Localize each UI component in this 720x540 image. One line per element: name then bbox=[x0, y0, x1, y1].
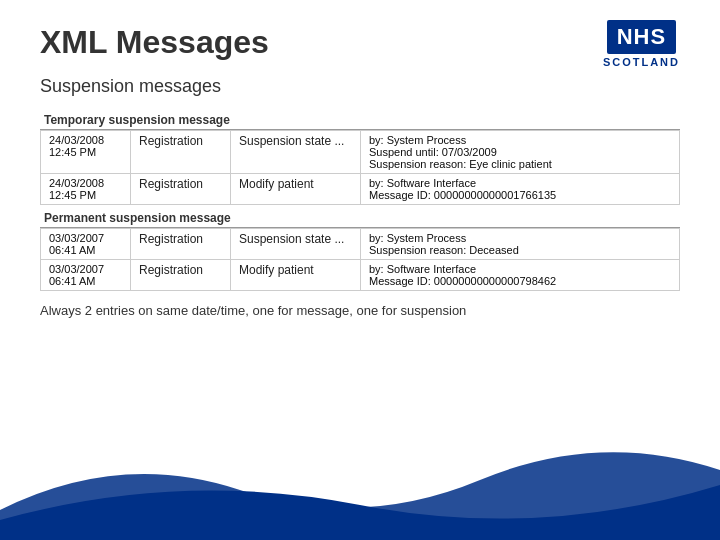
permanent-section: Permanent suspension message 03/03/2007 … bbox=[40, 209, 680, 291]
scotland-text: SCOTLAND bbox=[603, 56, 680, 68]
footer-note: Always 2 entries on same date/time, one … bbox=[40, 303, 680, 318]
perm-row1-col2: Registration bbox=[131, 229, 231, 260]
nhs-text: NHS bbox=[607, 20, 676, 54]
permanent-section-label: Permanent suspension message bbox=[40, 209, 680, 228]
temporary-section-label: Temporary suspension message bbox=[40, 111, 680, 130]
perm-row2-col2: Registration bbox=[131, 260, 231, 291]
temp-row1-date: 24/03/2008 12:45 PM bbox=[41, 131, 131, 174]
permanent-table: 03/03/2007 06:41 AM Registration Suspens… bbox=[40, 228, 680, 291]
perm-row1-col3: Suspension state ... bbox=[231, 229, 361, 260]
table-row: 03/03/2007 06:41 AM Registration Modify … bbox=[41, 260, 680, 291]
table-row: 24/03/2008 12:45 PM Registration Modify … bbox=[41, 174, 680, 205]
temp-row2-col4: by: Software Interface Message ID: 00000… bbox=[361, 174, 680, 205]
table-row: 24/03/2008 12:45 PM Registration Suspens… bbox=[41, 131, 680, 174]
perm-row2-col3: Modify patient bbox=[231, 260, 361, 291]
temp-row2-col3: Modify patient bbox=[231, 174, 361, 205]
temporary-section: Temporary suspension message 24/03/2008 … bbox=[40, 111, 680, 205]
temp-row1-col3: Suspension state ... bbox=[231, 131, 361, 174]
perm-row2-col4: by: Software Interface Message ID: 00000… bbox=[361, 260, 680, 291]
table-row: 03/03/2007 06:41 AM Registration Suspens… bbox=[41, 229, 680, 260]
temporary-table: 24/03/2008 12:45 PM Registration Suspens… bbox=[40, 130, 680, 205]
header-row: XML Messages NHS SCOTLAND bbox=[40, 20, 680, 68]
temp-row1-col4: by: System Process Suspend until: 07/03/… bbox=[361, 131, 680, 174]
perm-row1-date: 03/03/2007 06:41 AM bbox=[41, 229, 131, 260]
temp-row1-col2: Registration bbox=[131, 131, 231, 174]
perm-row2-date: 03/03/2007 06:41 AM bbox=[41, 260, 131, 291]
nhs-logo: NHS SCOTLAND bbox=[603, 20, 680, 68]
page-title: XML Messages bbox=[40, 24, 269, 61]
slide: XML Messages NHS SCOTLAND Suspension mes… bbox=[0, 0, 720, 540]
temp-row2-col2: Registration bbox=[131, 174, 231, 205]
section-title: Suspension messages bbox=[40, 76, 680, 97]
temp-row2-date: 24/03/2008 12:45 PM bbox=[41, 174, 131, 205]
perm-row1-col4: by: System Process Suspension reason: De… bbox=[361, 229, 680, 260]
main-content: XML Messages NHS SCOTLAND Suspension mes… bbox=[0, 0, 720, 338]
